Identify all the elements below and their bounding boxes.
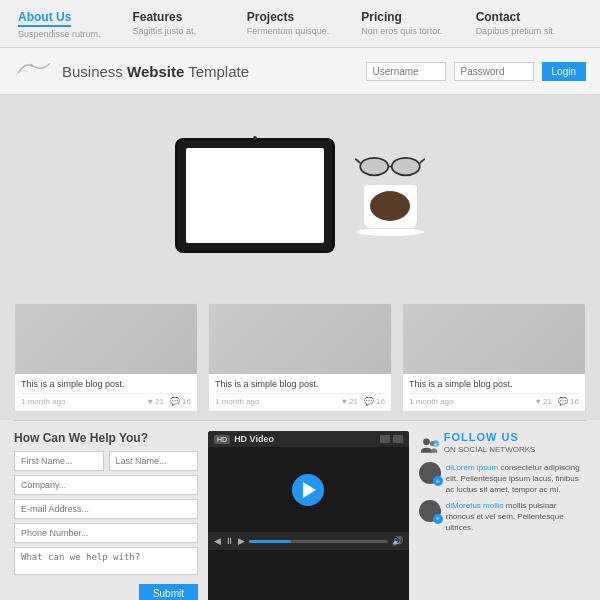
nav-item-projects[interactable]: Projects Fermentum quisque. [243,10,357,36]
blog-stats-3: ♥ 21 💬 16 [536,397,579,406]
svg-line-4 [420,158,425,162]
social-avatar-2: + [419,500,441,522]
nav-sub-projects: Fermentum quisque. [247,26,353,36]
email-input[interactable] [14,499,198,519]
message-input[interactable] [14,547,198,575]
hero-section [0,95,600,295]
navigation: About Us Suspendisse rutrum. Features Sa… [0,0,600,48]
blog-title-2: This is a simple blog post. [215,379,385,389]
nav-item-contact[interactable]: Contact Dapibus pretium sit. [472,10,586,36]
username-input[interactable] [366,62,446,81]
nav-title-contact: Contact [476,10,582,24]
social-avatar-1: + [419,462,441,484]
bird-icon [14,56,54,86]
nav-item-about[interactable]: About Us Suspendisse rutrum. [14,10,128,39]
login-button[interactable]: Login [542,62,586,81]
blog-date-1: 1 month ago [21,397,65,406]
play-icon [303,482,316,498]
submit-button[interactable]: Submit [139,584,198,600]
video-icon-list[interactable] [380,435,390,443]
social-post-2: + diMoretus mollis mollis pulsinar rhonc… [419,500,586,534]
svg-point-5 [360,157,388,175]
header-bar: Business Website Template Login [0,48,600,95]
follow-us-title: FOLLOW US [444,431,536,443]
svg-point-6 [392,157,420,175]
tablet-screen [186,148,324,243]
blog-image-2 [209,304,391,374]
social-post-1: + diLorem ipsum consectetur adipiscing e… [419,462,586,496]
coffee-area [355,154,425,237]
blog-likes-2: ♥ 21 [342,397,358,406]
site-title: Business Website Template [62,63,358,80]
blog-card-1[interactable]: This is a simple blog post. 1 month ago … [14,303,198,412]
nav-sub-pricing: Non eros quis tortor. [361,26,467,36]
nav-title-projects: Projects [247,10,353,24]
tablet-device [175,138,335,253]
video-screen [208,447,409,532]
social-plus-1: + [433,476,443,486]
video-icon-grid[interactable] [393,435,403,443]
phone-input[interactable] [14,523,198,543]
hd-badge: HD [214,435,230,444]
last-name-input[interactable] [109,451,199,471]
social-text-2: diMoretus mollis mollis pulsinar rhoncus… [446,500,586,534]
glasses-icon [355,154,425,179]
nav-item-features[interactable]: Features Sagittis justo at. [128,10,242,36]
nav-title-about: About Us [18,10,71,27]
blog-comments-1: 💬 16 [170,397,191,406]
svg-line-3 [355,158,360,162]
blog-meta-3: 1 month ago ♥ 21 💬 16 [409,393,579,406]
phone-row [14,523,198,543]
tablet-camera [253,136,257,140]
blog-meta-2: 1 month ago ♥ 21 💬 16 [215,393,385,406]
video-controls: ◀ ⏸ ▶ 🔊 [208,532,409,550]
nav-title-features: Features [132,10,238,24]
blog-date-2: 1 month ago [215,397,259,406]
name-row [14,451,198,471]
blog-stats-1: ♥ 21 💬 16 [148,397,191,406]
blog-meta-1: 1 month ago ♥ 21 💬 16 [21,393,191,406]
coffee-liquid [370,191,410,221]
social-name-1: diLorem ipsum [446,463,498,472]
people-icon: + [419,436,439,456]
company-row [14,475,198,495]
blog-card-3[interactable]: This is a simple blog post. 1 month ago … [402,303,586,412]
blog-comments-3: 💬 16 [558,397,579,406]
blog-card-2[interactable]: This is a simple blog post. 1 month ago … [208,303,392,412]
volume-icon[interactable]: 🔊 [392,536,403,546]
svg-text:+: + [433,441,437,447]
nav-sub-about: Suspendisse rutrum. [18,29,124,39]
contact-form: How Can We Help You? Submit [14,431,198,600]
social-section: + FOLLOW US ON SOCIAL NETWORKS + diLorem… [419,431,586,600]
pause-icon[interactable]: ⏸ [225,536,234,546]
video-icons [380,435,403,443]
blog-comments-2: 💬 16 [364,397,385,406]
first-name-input[interactable] [14,451,104,471]
password-input[interactable] [454,62,534,81]
blog-likes-1: ♥ 21 [148,397,164,406]
nav-item-pricing[interactable]: Pricing Non eros quis tortor. [357,10,471,36]
tablet-image [175,138,335,253]
coffee-cup [363,184,418,229]
video-progress-bar[interactable] [249,540,388,543]
message-row [14,547,198,575]
blog-title-3: This is a simple blog post. [409,379,579,389]
blog-title-1: This is a simple blog post. [21,379,191,389]
play-button[interactable] [292,474,324,506]
blog-likes-3: ♥ 21 [536,397,552,406]
blog-image-1 [15,304,197,374]
video-player: HD HD Video ◀ ⏸ ▶ 🔊 [208,431,409,600]
blog-stats-2: ♥ 21 💬 16 [342,397,385,406]
forward-icon[interactable]: ▶ [238,536,245,546]
blog-image-3 [403,304,585,374]
email-row [14,499,198,519]
rewind-icon[interactable]: ◀ [214,536,221,546]
bottom-section: How Can We Help You? Submit HD HD Video [0,421,600,600]
video-topbar: HD HD Video [208,431,409,447]
follow-sub: ON SOCIAL NETWORKS [444,445,536,454]
nav-sub-contact: Dapibus pretium sit. [476,26,582,36]
company-input[interactable] [14,475,198,495]
social-name-2: diMoretus mollis [446,501,504,510]
contact-title: How Can We Help You? [14,431,198,445]
social-text-1: diLorem ipsum consectetur adipiscing eli… [446,462,586,496]
